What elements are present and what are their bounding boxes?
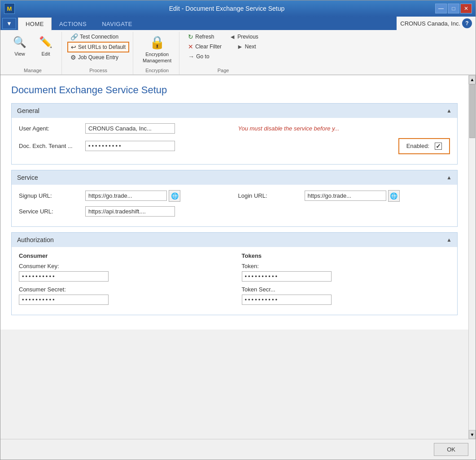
- warning-text: You must disable the service before y...: [238, 125, 340, 132]
- tab-actions[interactable]: ACTIONS: [52, 17, 94, 30]
- login-url-input[interactable]: [305, 191, 386, 201]
- service-url-input[interactable]: [85, 206, 175, 217]
- encryption-label: EncryptionManagement: [143, 51, 171, 64]
- token-label: Token:: [242, 263, 305, 269]
- general-section-header[interactable]: General ▲: [12, 104, 457, 118]
- authorization-section-header[interactable]: Authorization ▲: [12, 233, 457, 247]
- link-icon: 🔗: [70, 33, 78, 40]
- edit-label: Edit: [42, 51, 50, 56]
- encryption-management-button[interactable]: 🔒 EncryptionManagement: [139, 32, 175, 66]
- login-url-globe-button[interactable]: 🌐: [388, 190, 400, 202]
- user-agent-field: User Agent:: [19, 123, 231, 134]
- service-section-header[interactable]: Service ▲: [12, 170, 457, 185]
- clear-filter-button[interactable]: ✕ Clear Filter: [185, 42, 225, 52]
- service-row-2: Service URL:: [19, 206, 450, 217]
- token-secret-input[interactable]: [242, 295, 332, 305]
- consumer-key-field: Consumer Key:: [19, 263, 227, 282]
- edit-icon: ✏️: [38, 34, 54, 50]
- refresh-button[interactable]: ↻ Refresh: [185, 32, 217, 42]
- service-heading: Service: [17, 174, 38, 181]
- next-icon: ►: [237, 43, 243, 50]
- enabled-label: Enabled:: [406, 143, 429, 149]
- page-group-label: Page: [185, 66, 262, 74]
- user-agent-label: User Agent:: [19, 125, 82, 132]
- ok-button[interactable]: OK: [434, 443, 468, 456]
- maximize-button[interactable]: □: [448, 4, 459, 13]
- ribbon-content: 🔍 View ✏️ Edit Manage 🔗 Test: [0, 30, 476, 75]
- manage-group-label: Manage: [8, 66, 58, 74]
- main-window: M Edit - Document Exchange Service Setup…: [0, 0, 476, 460]
- previous-button[interactable]: ◄ Previous: [226, 32, 262, 42]
- token-secret-row: Token Secr...: [242, 286, 450, 305]
- scroll-thumb[interactable]: [469, 84, 475, 138]
- edit-button[interactable]: ✏️ Edit: [34, 32, 58, 59]
- warning-field: You must disable the service before y...: [238, 125, 450, 132]
- next-button[interactable]: ► Next: [234, 42, 259, 52]
- consumer-key-input[interactable]: [19, 271, 109, 282]
- job-queue-label: Job Queue Entry: [78, 54, 118, 61]
- tab-navigate[interactable]: NAVIGATE: [94, 17, 140, 30]
- tenant-input[interactable]: [85, 141, 175, 151]
- set-urls-button[interactable]: ↩ Set URLs to Default: [67, 42, 129, 52]
- refresh-icon: ↻: [188, 33, 193, 40]
- scrollbar: ▲ ▼: [468, 75, 476, 439]
- service-row-1: Signup URL: 🌐 Login URL: 🌐: [19, 190, 450, 202]
- general-row-1: User Agent: You must disable the service…: [19, 123, 450, 134]
- lock-icon: 🔒: [149, 34, 165, 50]
- checkbox-check-icon: ✓: [436, 143, 441, 150]
- authorization-section-body: Consumer Consumer Key: Consumer: [12, 247, 457, 315]
- signup-url-input[interactable]: [85, 191, 167, 201]
- job-queue-button[interactable]: ⚙ Job Queue Entry: [67, 52, 129, 62]
- reset-icon: ↩: [71, 43, 76, 51]
- consumer-key-row: Consumer Key:: [19, 263, 227, 282]
- tab-home[interactable]: HOME: [18, 17, 52, 30]
- login-url-label: Login URL:: [238, 192, 301, 199]
- close-button[interactable]: ✕: [460, 4, 472, 13]
- signup-url-input-group: 🌐: [85, 190, 180, 202]
- enabled-checkbox[interactable]: ✓: [435, 143, 442, 150]
- next-label: Next: [245, 43, 256, 50]
- tokens-heading: Tokens: [242, 252, 450, 259]
- refresh-label: Refresh: [195, 34, 214, 40]
- set-urls-label: Set URLs to Default: [78, 44, 126, 50]
- login-url-input-group: 🌐: [305, 190, 400, 202]
- token-row: Token:: [242, 263, 450, 282]
- view-label: View: [14, 51, 25, 56]
- view-icon: 🔍: [12, 34, 28, 50]
- page-stack: ↻ Refresh ◄ Previous ✕ Clear Filte: [185, 32, 262, 61]
- ribbon-group-manage: 🔍 View ✏️ Edit Manage: [4, 32, 62, 74]
- ribbon-dropdown[interactable]: ▼: [2, 18, 16, 29]
- user-agent-input[interactable]: [85, 123, 175, 134]
- minimize-button[interactable]: —: [435, 4, 447, 13]
- token-input[interactable]: [242, 271, 332, 282]
- previous-label: Previous: [237, 34, 258, 40]
- clear-filter-icon: ✕: [188, 43, 193, 50]
- content-area: Document Exchange Service Setup General …: [0, 75, 476, 439]
- scroll-down-button[interactable]: ▼: [469, 430, 476, 439]
- authorization-columns: Consumer Consumer Key: Consumer: [19, 252, 450, 309]
- consumer-secret-row: Consumer Secret:: [19, 286, 227, 305]
- general-heading: General: [17, 107, 39, 114]
- page-buttons: ↻ Refresh ◄ Previous ✕ Clear Filte: [185, 32, 262, 66]
- signup-url-label: Signup URL:: [19, 192, 82, 199]
- test-connection-label: Test Connection: [80, 34, 118, 40]
- go-to-button[interactable]: → Go to: [185, 52, 262, 61]
- test-connection-button[interactable]: 🔗 Test Connection: [67, 32, 129, 42]
- authorization-chevron: ▲: [446, 237, 452, 243]
- signup-url-globe-button[interactable]: 🌐: [169, 190, 180, 202]
- token-secret-label: Token Secr...: [242, 286, 305, 293]
- main-scroll: Document Exchange Service Setup General …: [0, 75, 468, 439]
- view-button[interactable]: 🔍 View: [8, 32, 32, 59]
- job-queue-icon: ⚙: [70, 54, 76, 61]
- ribbon: ▼ HOME ACTIONS NAVIGATE CRONUS Canada, I…: [0, 17, 476, 75]
- consumer-key-label: Consumer Key:: [19, 263, 82, 269]
- token-field: Token:: [242, 263, 450, 282]
- service-chevron: ▲: [446, 174, 452, 181]
- title-bar: M Edit - Document Exchange Service Setup…: [0, 0, 476, 17]
- tokens-column: Tokens Token: Token Secr...: [242, 252, 450, 309]
- consumer-secret-label: Consumer Secret:: [19, 286, 82, 293]
- scroll-up-button[interactable]: ▲: [469, 75, 476, 84]
- consumer-secret-input[interactable]: [19, 295, 109, 305]
- page-title: Document Exchange Service Setup: [11, 84, 458, 96]
- help-button[interactable]: ?: [462, 18, 472, 28]
